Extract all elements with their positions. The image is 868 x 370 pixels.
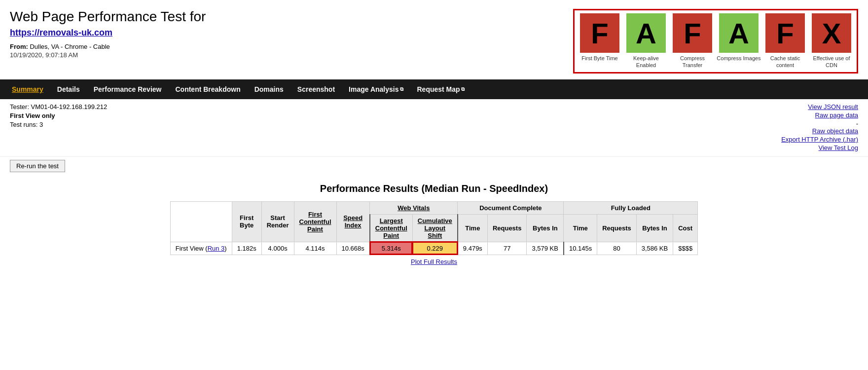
cell-cls: 0.229 (412, 242, 458, 255)
perf-section: Performance Results (Median Run - SpeedI… (0, 178, 868, 270)
info-left: Tester: VM01-04-192.168.199.212 First Vi… (10, 103, 107, 152)
run-link[interactable]: Run 3 (208, 245, 225, 252)
rerun-button[interactable]: Re-run the test (10, 160, 65, 172)
grade-label-4: Cache static content (763, 55, 807, 69)
cell-doc-time: 9.479s (458, 242, 488, 255)
cell-lcp: 5.314s (370, 242, 412, 255)
col-fl-requests: Requests (597, 214, 637, 242)
col-start-render: StartRender (261, 201, 294, 242)
info-right: View JSON resultRaw page data - Raw obje… (781, 103, 858, 152)
nav-item-summary[interactable]: Summary (5, 79, 50, 99)
col-fl-time: Time (564, 214, 597, 242)
grade-label-2: Compress Transfer (670, 55, 715, 69)
view-json-link[interactable]: View JSON result (781, 103, 858, 111)
header-area: Web Page Performance Test for https://re… (0, 0, 868, 79)
grade-box-3: ACompress Images (717, 13, 761, 69)
cell-start-render: 4.000s (261, 242, 294, 255)
nav-item-details[interactable]: Details (50, 79, 87, 99)
grade-box-4: FCache static content (763, 13, 807, 69)
raw-page-data-link[interactable]: Raw page data (781, 111, 858, 119)
test-runs-info: Test runs: 3 (10, 121, 107, 128)
col-group-doc-complete: Document Complete (458, 201, 564, 214)
col-cls: CumulativeLayoutShift (412, 214, 458, 242)
col-doc-time: Time (458, 214, 488, 242)
rerun-area: Re-run the test (0, 157, 868, 178)
header-left: Web Page Performance Test for https://re… (10, 9, 573, 59)
nav-bar: SummaryDetailsPerformance ReviewContent … (0, 79, 868, 99)
grade-boxes: FFirst Byte TimeAKeep-alive EnabledFComp… (573, 9, 858, 74)
page-url[interactable]: https://removals-uk.com (10, 28, 573, 38)
raw-object-data-link[interactable]: Raw object data (781, 127, 858, 135)
plot-link-area: Plot Full Results (10, 258, 858, 265)
col-empty (170, 201, 232, 242)
perf-table: FirstByte StartRender FirstContentfulPai… (170, 201, 698, 255)
view-info: First View only (10, 112, 107, 119)
from-value: Dulles, VA - Chrome - Cable (30, 43, 109, 50)
col-group-fully-loaded: Fully Loaded (564, 201, 698, 214)
cell-fl-requests: 80 (597, 242, 637, 255)
grade-label-5: Effective use of CDN (809, 55, 854, 69)
row-label-cell: First View (Run 3) (170, 242, 232, 255)
nav-item-domains[interactable]: Domains (248, 79, 290, 99)
cell-cost: $$$$ (673, 242, 698, 255)
grade-letter-1: A (626, 13, 666, 53)
nav-item-content-breakdown[interactable]: Content Breakdown (168, 79, 247, 99)
grade-label-1: Keep-alive Enabled (624, 55, 668, 69)
col-group-web-vitals: Web Vitals (370, 201, 458, 214)
perf-title: Performance Results (Median Run - SpeedI… (10, 183, 858, 194)
nav-item-request-map[interactable]: Request Map⧉ (410, 79, 471, 99)
nav-item-performance-review[interactable]: Performance Review (87, 79, 169, 99)
info-area: Tester: VM01-04-192.168.199.212 First Vi… (0, 99, 868, 157)
cell-speed-index: 10.668s (336, 242, 370, 255)
export-har-link[interactable]: Export HTTP Archive (.har) (781, 136, 858, 143)
from-label: From: (10, 43, 28, 50)
grade-letter-5: X (812, 13, 851, 53)
cell-fl-time: 10.145s (564, 242, 597, 255)
from-info: From: Dulles, VA - Chrome - Cable (10, 43, 573, 50)
col-lcp: LargestContentfulPaint (370, 214, 412, 242)
grade-letter-0: F (580, 13, 619, 53)
plot-full-results-link[interactable]: Plot Full Results (411, 258, 457, 265)
cell-doc-requests: 77 (487, 242, 527, 255)
cell-first-byte: 1.182s (232, 242, 261, 255)
grade-label-0: First Byte Time (581, 55, 617, 62)
view-test-log-link[interactable]: View Test Log (781, 144, 858, 151)
date-info: 10/19/2020, 9:07:18 AM (10, 51, 573, 59)
cell-doc-bytes: 3,579 KB (527, 242, 564, 255)
table-row: First View (Run 3)1.182s4.000s4.114s10.6… (170, 242, 697, 255)
grade-label-3: Compress Images (717, 55, 760, 62)
cell-fl-bytes: 3,586 KB (636, 242, 673, 255)
tester-info: Tester: VM01-04-192.168.199.212 (10, 103, 107, 111)
grade-letter-4: F (765, 13, 805, 53)
page-title: Web Page Performance Test for (10, 9, 573, 25)
col-speed-index: SpeedIndex (336, 201, 370, 242)
raw-data-row: Raw page data - Raw object data (781, 111, 858, 135)
grade-box-0: FFirst Byte Time (578, 13, 622, 69)
col-doc-bytes: Bytes In (527, 214, 564, 242)
grade-box-2: FCompress Transfer (670, 13, 715, 69)
col-first-byte: FirstByte (232, 201, 261, 242)
col-cost: Cost (673, 214, 698, 242)
grade-box-1: AKeep-alive Enabled (624, 13, 668, 69)
col-doc-requests: Requests (487, 214, 527, 242)
grade-letter-3: A (719, 13, 759, 53)
nav-item-screenshot[interactable]: Screenshot (290, 79, 342, 99)
grade-box-5: XEffective use of CDN (809, 13, 854, 69)
grade-letter-2: F (673, 13, 712, 53)
cell-fcp: 4.114s (294, 242, 336, 255)
col-fl-bytes: Bytes In (636, 214, 673, 242)
nav-item-image-analysis[interactable]: Image Analysis⧉ (342, 79, 410, 99)
col-fcp: FirstContentfulPaint (294, 201, 336, 242)
separator: - (856, 120, 858, 127)
